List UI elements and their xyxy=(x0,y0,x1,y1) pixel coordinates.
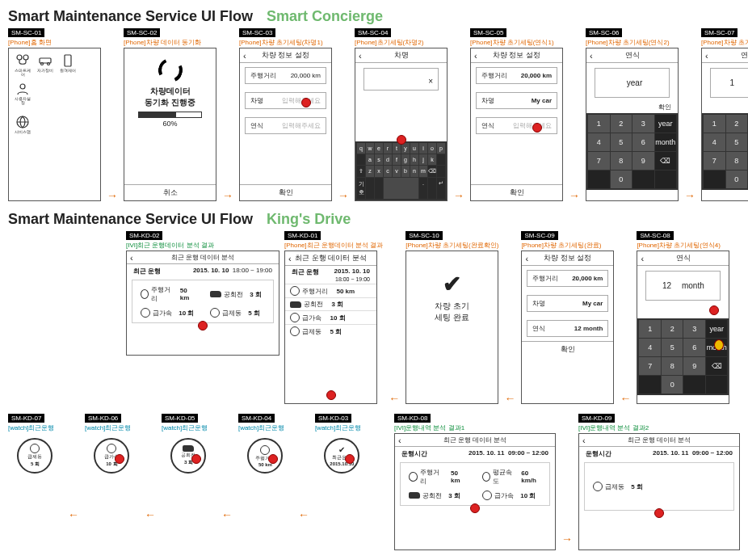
sc06-device: ‹ 연식 year 확인 123year 456month 789⌫ 0 xyxy=(586,48,679,201)
tap-marker-icon xyxy=(654,508,664,518)
gauge-icon xyxy=(482,472,490,482)
year-input[interactable]: 1 year xyxy=(710,68,748,98)
back-icon[interactable]: ‹ xyxy=(398,436,401,445)
kd04-id: SM-KD-04 xyxy=(238,414,275,423)
numeric-keypad[interactable]: 123year 456month 789⌫ 0 xyxy=(637,318,729,395)
row-carname[interactable]: 차명 My car xyxy=(527,295,608,312)
kd07-id: SM-KD-07 xyxy=(8,414,44,423)
home-icon-remote[interactable]: 원격제어 xyxy=(59,53,77,77)
back-icon[interactable]: ‹ xyxy=(359,51,362,61)
sc06-id: SM-SC-06 xyxy=(586,28,622,37)
back-icon[interactable]: ‹ xyxy=(474,51,477,61)
sc10-name: [Phone]차량 초기세팅(완료확인) xyxy=(406,241,498,249)
sc07-device: ‹ 연식 1 year 확인 123year 456month 789⌫ 0 xyxy=(701,48,748,201)
carname-input[interactable]: × xyxy=(363,68,439,91)
numeric-keypad[interactable]: 123year 456month 789⌫ 0 xyxy=(586,113,678,190)
svg-point-0 xyxy=(17,55,22,60)
row-year[interactable]: 연식 입력해주세요 xyxy=(245,117,326,134)
back-icon[interactable]: ‹ xyxy=(705,51,708,61)
back-icon[interactable]: ‹ xyxy=(582,436,586,445)
done-msg: 차량 초기 세팅 완료 xyxy=(406,301,498,323)
home-icon-usersetting[interactable]: 사용자설정 xyxy=(14,82,32,105)
kd03-id: SM-KD-03 xyxy=(315,414,351,423)
home-icon-selfmaint[interactable]: 자가정비 xyxy=(36,53,54,77)
clear-icon[interactable]: × xyxy=(428,77,433,86)
gauge-icon xyxy=(290,313,300,322)
confirm-button[interactable]: 확인 xyxy=(240,184,331,200)
watch-kd06[interactable]: 급가속 10 회 xyxy=(94,438,129,474)
back-icon[interactable]: ‹ xyxy=(641,254,644,263)
tap-marker-icon xyxy=(470,503,480,513)
row-carname[interactable]: 차명 입력해주세요 xyxy=(245,92,326,109)
arrow-right-icon: → xyxy=(338,189,349,202)
confirm-button[interactable]: 확인 xyxy=(471,184,562,200)
kd08-name: [IVI]운행내역 분석 결과1 xyxy=(394,423,556,432)
sc05-name: [Phone]차량 초기세팅(연식1) xyxy=(470,38,563,46)
cancel-button[interactable]: 취소 xyxy=(124,184,216,200)
confirm-button[interactable]: 확인 xyxy=(522,341,613,357)
year-input[interactable]: year xyxy=(595,68,670,98)
gauge-icon xyxy=(290,286,300,296)
tap-marker-icon xyxy=(268,454,278,464)
back-icon[interactable]: ‹ xyxy=(288,254,292,263)
confirm-label[interactable]: 확인 xyxy=(702,103,748,113)
hdr-title: 차량 정보 설정 xyxy=(493,50,540,61)
flow2-sub: King's Drive xyxy=(267,211,351,227)
sc09-device: ‹ 차량 정보 설정 주행거리 20,000 km 차명 My car 연식 1… xyxy=(521,251,614,404)
arrow-right-icon: → xyxy=(684,189,695,202)
kd02-id: SM-KD-02 xyxy=(126,231,162,240)
row-year[interactable]: 연식 12 month xyxy=(527,320,608,337)
flow1-title: Smart Maintenance Service UI Flow xyxy=(8,8,253,24)
kd08-device: ‹ 최근 운행 데이터 분석 운행시간 2015. 10. 11 09:00 ~… xyxy=(394,433,556,550)
gauge-icon xyxy=(593,482,603,491)
kd09-device: ‹ 최근 운행 데이터 분석 운행시간 2015. 10. 11 09:00 ~… xyxy=(578,433,740,550)
sc10-device: ✔ 차량 초기 세팅 완료 xyxy=(406,251,498,404)
arrow-right-icon: → xyxy=(453,189,464,202)
arrow-left-icon: ← xyxy=(389,392,400,405)
kd07-name: [watch]최근운행 데이터5 xyxy=(8,423,62,432)
kd02-name: [IVI]최근 운행데이터 분석 결과 xyxy=(126,241,279,249)
sc05-device: ‹ 차량 정보 설정 주행거리 20,000 km 차명 My car 연식 입… xyxy=(470,48,563,201)
car-icon xyxy=(409,492,420,499)
sc04-name: [Phone]초기세팅(차명2) xyxy=(355,38,448,46)
sync-icon xyxy=(154,55,185,86)
sc03-id: SM-SC-03 xyxy=(239,28,275,37)
back-icon[interactable]: ‹ xyxy=(130,253,133,263)
year-input[interactable]: 12 month xyxy=(645,271,721,301)
sc03-device: ‹ 차량 정보 설정 주행거리 20,000 km 차명 입력해주세요 연식 입… xyxy=(239,48,332,201)
back-icon[interactable]: ‹ xyxy=(590,51,593,61)
svg-point-7 xyxy=(20,84,25,89)
watch-kd07[interactable]: 급제동 5 회 xyxy=(17,438,53,474)
row-mileage[interactable]: 주행거리 20,000 km xyxy=(527,270,608,287)
sc02-id: SM-SC-02 xyxy=(124,28,160,37)
sc09-name: [Phone]차량 초기세팅(완료) xyxy=(521,241,614,249)
home-icon-servicemap[interactable]: 서비스맵 xyxy=(14,115,32,134)
kd09-id: SM-KD-09 xyxy=(578,414,615,423)
kd08-id: SM-KD-08 xyxy=(394,414,431,423)
sc10-id: SM-SC-10 xyxy=(406,231,442,240)
sc02-device: 차량데이터 동기화 진행중 60% 취소 xyxy=(124,48,216,201)
kd02-device: ‹ 최근 운행 데이터 분석 최근 운행 2015. 10. 10 18:00 … xyxy=(126,251,279,356)
remote-icon xyxy=(61,53,75,68)
back-icon[interactable]: ‹ xyxy=(243,51,246,61)
hdr-title: 연식 xyxy=(625,50,640,61)
row-mileage[interactable]: 주행거리 20,000 km xyxy=(476,67,557,84)
qwerty-keyboard[interactable]: qwertyuiop asdfghjk ⇧zxcvbnm⌫ 기호 .↵ xyxy=(355,141,447,200)
row-mileage[interactable]: 주행거리 20,000 km xyxy=(245,67,326,84)
confirm-label[interactable]: 확인 xyxy=(586,103,678,113)
tap-marker-icon xyxy=(397,135,406,145)
row-year[interactable]: 연식 입력해주세요 xyxy=(476,117,557,134)
svg-point-4 xyxy=(48,63,50,65)
sc01-id: SM-SC-01 xyxy=(8,28,44,37)
kd01-id: SM-KD-01 xyxy=(284,231,321,240)
home-icon-smartcare[interactable]: 스마트케어 xyxy=(14,53,32,77)
car-icon xyxy=(210,291,221,297)
watch-kd04[interactable]: 주행거리 50 km xyxy=(247,438,283,474)
row-carname[interactable]: 차명 My car xyxy=(476,92,557,109)
gauge-icon xyxy=(30,444,40,453)
watch-kd05[interactable]: 공회전 3 회 xyxy=(170,438,206,474)
numeric-keypad[interactable]: 123year 456month 789⌫ 0 xyxy=(702,113,748,190)
watch-kd03[interactable]: ✔ 최근운행 2015.10.10 xyxy=(324,438,359,474)
gauge-icon xyxy=(107,444,116,453)
back-icon[interactable]: ‹ xyxy=(525,254,528,263)
